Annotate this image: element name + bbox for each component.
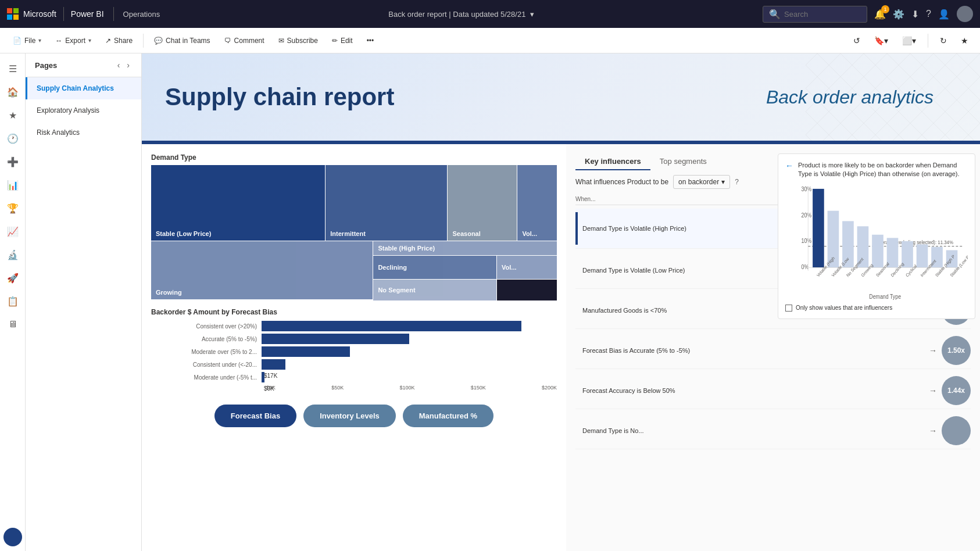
- page-item-risk[interactable]: Risk Analytics: [26, 121, 141, 144]
- sidebar-item-data[interactable]: 📊: [2, 174, 23, 195]
- sidebar-item-dashboard[interactable]: 🏠: [2, 81, 23, 102]
- bookmark-button[interactable]: 🔖▾: [870, 33, 893, 48]
- user-avatar[interactable]: [957, 6, 973, 22]
- treemap-cell-intermittent[interactable]: Intermittent: [326, 165, 447, 241]
- treemap-cell-volatile[interactable]: Vol...: [517, 165, 557, 241]
- topbar: Microsoft Power BI Operations Back order…: [0, 0, 980, 28]
- help-question-icon[interactable]: ?: [735, 178, 739, 186]
- tab-key-influencers[interactable]: Key influencers: [575, 153, 650, 170]
- help-icon[interactable]: ?: [926, 9, 931, 19]
- chat-teams-button[interactable]: 💬 Chat in Teams: [148, 34, 216, 48]
- influencer-name: Forecast Accuracy is Below 50%: [582, 387, 924, 395]
- treemap-cell-growing[interactable]: Growing: [151, 241, 373, 299]
- treemap-cell-vol2[interactable]: Vol...: [497, 256, 557, 279]
- inventory-levels-button[interactable]: Inventory Levels: [303, 405, 396, 427]
- sidebar-item-favorites[interactable]: ★: [2, 105, 23, 126]
- treemap-cell-dark[interactable]: [497, 280, 557, 300]
- page-item-exploratory[interactable]: Exploratory Analysis: [26, 99, 141, 121]
- tab-top-segments[interactable]: Top segments: [650, 153, 716, 170]
- influencer-name: Demand Type is No...: [582, 427, 924, 435]
- treemap-label-growing: Growing: [156, 289, 182, 296]
- demand-type-treemap[interactable]: Stable (Low Price) Intermittent Seasonal…: [151, 165, 557, 299]
- page-item-supply-chain[interactable]: Supply Chain Analytics: [26, 77, 141, 99]
- logo-area: Microsoft Power BI: [7, 7, 104, 21]
- export-chevron-icon: ▾: [88, 37, 91, 44]
- checkbox-label: Only show values that are influencers: [796, 305, 892, 311]
- search-box[interactable]: 🔍: [763, 6, 867, 23]
- forecast-bias-button[interactable]: Forecast Bias: [214, 405, 296, 427]
- back-arrow-icon[interactable]: ←: [785, 161, 793, 170]
- file-button[interactable]: 📄 File ▾: [7, 34, 47, 48]
- treemap-label-volatile: Vol...: [522, 230, 537, 237]
- svg-text:10%: 10%: [801, 237, 811, 244]
- influencer-multiplier-dot: [942, 416, 971, 445]
- settings-icon[interactable]: ⚙️: [893, 9, 904, 20]
- left-indicator: [575, 212, 578, 245]
- sidebar-item-metrics[interactable]: 📈: [2, 221, 23, 242]
- bar-fill[interactable]: [262, 359, 285, 370]
- edit-icon: ✏: [332, 37, 338, 45]
- sidebar-item-monitor[interactable]: 🖥: [2, 314, 23, 335]
- comment-button[interactable]: 🗨 Comment: [219, 34, 270, 48]
- side-chart-description: Product is more likely to be on backorde…: [798, 161, 968, 179]
- manufactured-pct-button[interactable]: Manufactured %: [403, 405, 493, 427]
- more-button[interactable]: •••: [361, 34, 380, 48]
- treemap-cell-declining[interactable]: Declining: [373, 256, 496, 279]
- bar-fill[interactable]: [262, 372, 264, 382]
- treemap-label-declining: Declining: [378, 264, 407, 271]
- edit-button[interactable]: ✏ Edit: [326, 34, 359, 48]
- pages-next-button[interactable]: ›: [124, 59, 132, 71]
- report-header: Supply chain report Back order analytics: [142, 53, 980, 141]
- checkbox-row: Only show values that are influencers: [785, 305, 968, 312]
- bar-fill[interactable]: [262, 321, 521, 331]
- account-icon[interactable]: 👤: [938, 9, 950, 20]
- svg-rect-20: [917, 244, 928, 267]
- sidebar-item-workspace[interactable]: 📋: [2, 291, 23, 312]
- influencer-row[interactable]: Demand Type is No... →: [575, 413, 971, 449]
- subscribe-label: Subscribe: [287, 37, 318, 45]
- report-info: Back order report | Data updated 5/28/21…: [167, 10, 756, 19]
- bar-fill[interactable]: [262, 346, 350, 357]
- treemap-cell-seasonal[interactable]: Seasonal: [448, 165, 517, 241]
- user-sidebar-avatar[interactable]: [3, 528, 22, 546]
- share-button[interactable]: ↗ Share: [99, 34, 138, 48]
- bar-row: Accurate (5% to -5%) $105K: [151, 334, 557, 344]
- treemap-row-1: Stable (Low Price) Intermittent Seasonal…: [151, 165, 557, 241]
- sidebar-item-explore[interactable]: 🔬: [2, 244, 23, 265]
- search-input[interactable]: [784, 10, 854, 19]
- subscribe-button[interactable]: ✉ Subscribe: [273, 34, 324, 48]
- notification-icon[interactable]: 🔔 1: [874, 9, 886, 20]
- influencer-arrow-icon: →: [929, 386, 937, 395]
- bar-row: Moderate over (5% to 2... $63K: [151, 346, 557, 357]
- treemap-label-stable-low: Stable (Low Price): [156, 230, 211, 237]
- chevron-down-icon[interactable]: ▾: [530, 10, 534, 19]
- bar-fill[interactable]: [262, 334, 409, 344]
- demand-type-section: Demand Type Stable (Low Price) Intermitt…: [151, 153, 557, 299]
- bar-track: $185K: [262, 321, 557, 331]
- view-button[interactable]: ⬜▾: [897, 33, 921, 48]
- sidebar-item-learning[interactable]: 🚀: [2, 267, 23, 288]
- sidebar-item-apps[interactable]: ➕: [2, 151, 23, 172]
- sidebar-item-goals[interactable]: 🏆: [2, 198, 23, 219]
- influencer-row[interactable]: Forecast Bias is Accurate (5% to -5%) → …: [575, 332, 971, 369]
- report-subtitle: Back order analytics: [766, 87, 933, 108]
- download-icon[interactable]: ⬇: [911, 9, 919, 20]
- treemap-cell-stable-high[interactable]: Stable (High Price): [373, 241, 557, 255]
- refresh-button[interactable]: ↻: [935, 33, 952, 48]
- sidebar-item-recent[interactable]: 🕐: [2, 128, 23, 149]
- influencer-row[interactable]: Forecast Accuracy is Below 50% → 1.44x: [575, 373, 971, 409]
- sidebar-item-home[interactable]: ☰: [2, 58, 23, 79]
- teams-icon: 💬: [154, 37, 163, 45]
- main-layout: ☰ 🏠 ★ 🕐 ➕ 📊 🏆 📈 🔬 🚀 📋 🖥 Pages ‹ › Supply…: [0, 53, 980, 551]
- bar-label: Moderate over (5% to 2...: [151, 349, 262, 355]
- influencer-arrow-icon: →: [929, 426, 937, 435]
- favorite-button[interactable]: ★: [956, 33, 973, 48]
- undo-button[interactable]: ↺: [849, 33, 865, 48]
- on-backorder-dropdown[interactable]: on backorder ▾: [673, 175, 730, 189]
- treemap-cell-stable-low[interactable]: Stable (Low Price): [151, 165, 325, 241]
- influencers-checkbox[interactable]: [785, 305, 792, 312]
- export-button[interactable]: ↔ Export ▾: [49, 34, 97, 48]
- pages-prev-button[interactable]: ‹: [115, 59, 123, 71]
- treemap-cell-noseg[interactable]: No Segment: [373, 280, 496, 300]
- dropdown-chevron-icon: ▾: [721, 178, 725, 186]
